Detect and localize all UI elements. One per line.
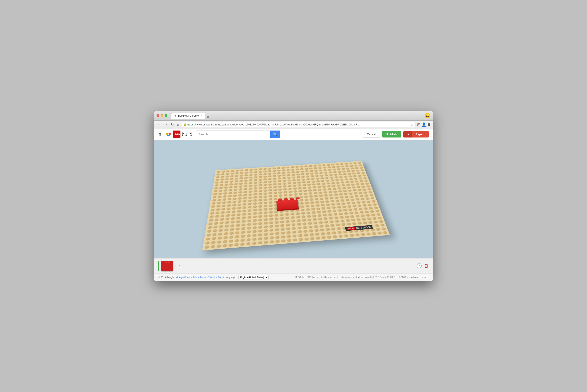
stud: [276, 169, 281, 172]
stud: [273, 206, 279, 210]
stud: [345, 218, 351, 222]
reload-button[interactable]: ↻: [170, 122, 175, 127]
gplus-button[interactable]: g+: [403, 131, 412, 138]
stud: [343, 212, 349, 215]
stud: [286, 238, 292, 242]
stud: [357, 224, 364, 229]
stud: [257, 229, 263, 233]
stud: [213, 186, 219, 190]
stud: [372, 202, 378, 206]
stud: [231, 206, 236, 210]
stud: [220, 172, 225, 176]
stud: [242, 199, 247, 203]
share-button[interactable]: ⬆: [158, 132, 162, 137]
chrome-logo-icon: [165, 131, 172, 138]
stud: [277, 185, 283, 188]
brick-stud-3: [290, 198, 294, 200]
home-button[interactable]: ⌂: [176, 122, 180, 127]
stud: [315, 207, 321, 210]
stud: [369, 196, 375, 200]
bookmark-star-icon[interactable]: ☆: [411, 123, 413, 126]
minimize-button[interactable]: [161, 114, 163, 117]
new-tab-button[interactable]: ▭: [205, 115, 211, 119]
stud: [217, 228, 224, 232]
brick-stud-2: [284, 198, 288, 200]
stud: [247, 205, 253, 209]
privacy-policy-link[interactable]: Google Privacy Policy: [176, 276, 199, 278]
stud: [379, 223, 386, 227]
rotate-button[interactable]: ↩: [175, 262, 180, 269]
back-button[interactable]: ←: [157, 122, 162, 127]
brick-preview[interactable]: [161, 261, 173, 271]
stud: [322, 216, 329, 220]
stud: [304, 198, 309, 201]
stud: [205, 233, 212, 237]
stud: [362, 176, 368, 179]
signin-button[interactable]: Sign in: [412, 131, 429, 138]
stud: [319, 228, 325, 232]
stud: [227, 243, 234, 247]
language-select[interactable]: English (United States): [238, 275, 269, 280]
stud: [306, 218, 312, 222]
active-tab[interactable]: Build with Chrome ✕: [171, 113, 205, 119]
cancel-button[interactable]: Cancel: [363, 131, 380, 138]
stud: [315, 204, 321, 207]
publish-button[interactable]: Publish: [382, 131, 401, 138]
about-link[interactable]: About: [218, 276, 224, 278]
stud: [210, 240, 217, 244]
lego-brick-container[interactable]: [276, 199, 299, 210]
stud: [258, 168, 263, 170]
terms-of-service-link[interactable]: Terms of Service: [200, 276, 217, 278]
person-icon[interactable]: 👤: [421, 122, 426, 127]
traffic-lights: [157, 114, 167, 117]
stud: [243, 187, 248, 190]
stud: [263, 170, 267, 173]
history-button[interactable]: 🕐: [416, 263, 422, 269]
stud: [274, 217, 279, 221]
stud: [306, 211, 311, 214]
stud: [326, 209, 332, 213]
stud: [258, 201, 263, 205]
stud: [331, 230, 337, 235]
stud: [279, 220, 285, 224]
stud: [366, 217, 372, 221]
stud: [303, 192, 308, 195]
stud: [273, 204, 279, 207]
stud: [306, 180, 311, 183]
main-canvas[interactable]: LEGO No. 8325950: [154, 140, 433, 258]
stud: [371, 216, 378, 220]
stud: [304, 204, 310, 208]
stud: [273, 191, 278, 194]
stud: [244, 176, 249, 179]
stud: [357, 161, 362, 164]
stud: [324, 197, 329, 200]
stud: [375, 212, 382, 216]
url-text: www.buildwithchrome.com: [197, 123, 227, 126]
stud: [363, 206, 369, 210]
chrome-apps-icon[interactable]: ⊞: [417, 122, 420, 127]
search-input[interactable]: [196, 130, 270, 138]
url-bar[interactable]: 🔒 https:// www.buildwithchrome.com /m/bu…: [182, 122, 415, 127]
tab-close-button[interactable]: ✕: [201, 115, 202, 117]
chrome-favicon-icon: [174, 114, 177, 117]
stud: [224, 183, 229, 186]
stud: [284, 202, 289, 206]
stud: [313, 224, 319, 228]
stud: [236, 209, 242, 213]
lego-red-brick[interactable]: [276, 199, 299, 210]
delete-button[interactable]: 🗑: [424, 263, 429, 269]
search-button[interactable]: 🔍: [270, 130, 280, 138]
menu-icon[interactable]: ☰: [427, 122, 430, 126]
stud: [228, 235, 234, 239]
lego-baseplate[interactable]: LEGO No. 8325950: [202, 161, 390, 250]
stud: [249, 171, 254, 174]
stud: [258, 211, 263, 215]
stud: [221, 170, 226, 173]
stud: [297, 184, 302, 187]
maximize-button[interactable]: [165, 114, 167, 117]
stud: [320, 203, 326, 207]
forward-button[interactable]: →: [163, 122, 168, 127]
stud: [203, 244, 210, 249]
close-button[interactable]: [157, 114, 159, 117]
copyright-text: © 2013 Google -: [158, 276, 175, 278]
